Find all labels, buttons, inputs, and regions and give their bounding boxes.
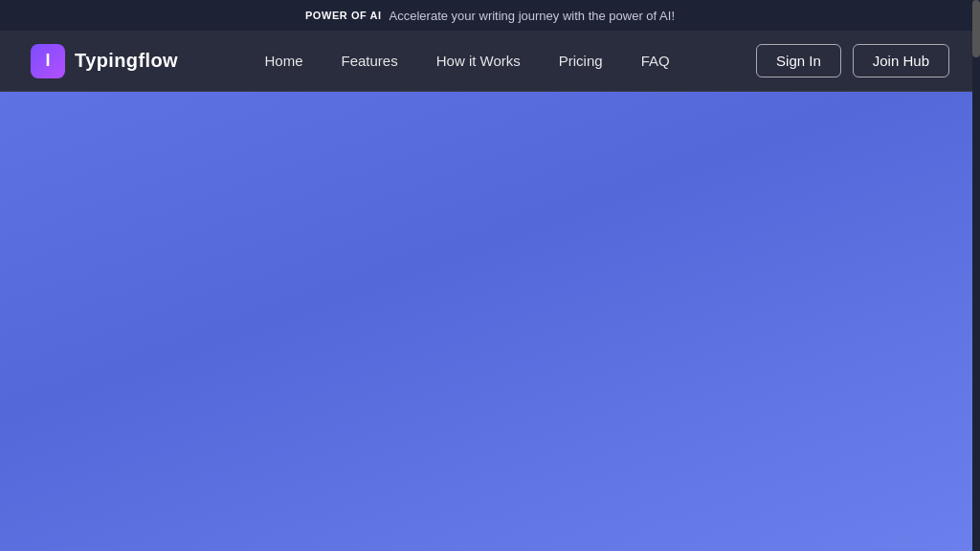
sign-in-button[interactable]: Sign In <box>756 44 841 77</box>
join-hub-button[interactable]: Join Hub <box>853 44 949 77</box>
announcement-label: POWER OF AI <box>305 10 382 21</box>
logo-icon: I <box>31 44 65 78</box>
navbar: I Typingflow Home Features How it Works … <box>0 31 980 92</box>
nav-link-home[interactable]: Home <box>245 45 322 77</box>
nav-link-pricing[interactable]: Pricing <box>540 45 622 77</box>
nav-link-how-it-works[interactable]: How it Works <box>417 45 540 77</box>
main-content <box>0 92 980 551</box>
logo[interactable]: I Typingflow <box>31 44 178 78</box>
scrollbar[interactable] <box>972 0 980 551</box>
announcement-bar: POWER OF AI Accelerate your writing jour… <box>0 0 980 31</box>
nav-link-faq[interactable]: FAQ <box>622 45 689 77</box>
scrollbar-thumb <box>972 0 980 57</box>
nav-links: Home Features How it Works Pricing FAQ <box>245 45 688 77</box>
logo-text: Typingflow <box>75 50 178 72</box>
announcement-text: Accelerate your writing journey with the… <box>390 9 675 23</box>
auth-buttons: Sign In Join Hub <box>756 44 949 77</box>
nav-link-features[interactable]: Features <box>323 45 417 77</box>
